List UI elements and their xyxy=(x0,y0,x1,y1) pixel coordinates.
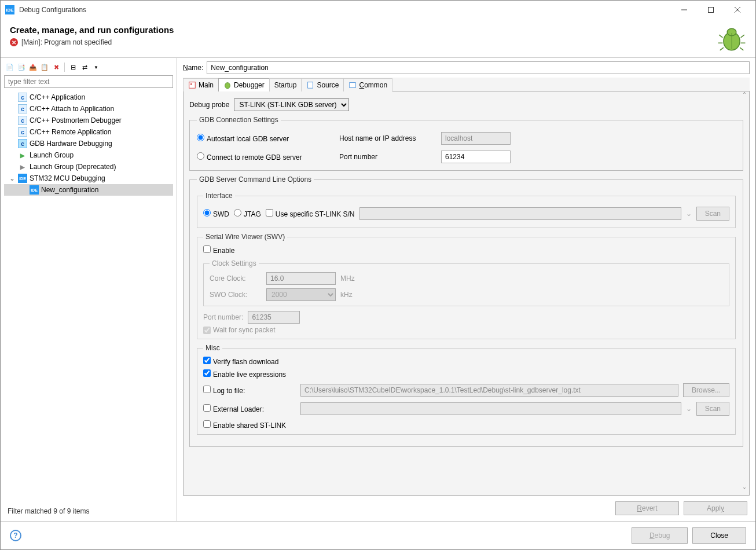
autostart-radio-label[interactable]: Autostart local GDB server xyxy=(197,134,330,143)
scroll-up-icon[interactable]: ˄ xyxy=(743,91,746,100)
swv-enable-check[interactable] xyxy=(203,245,211,253)
tab-debugger[interactable]: Debugger xyxy=(218,78,270,91)
external-loader-input xyxy=(300,402,681,415)
use-sn-check[interactable] xyxy=(266,209,273,217)
maximize-button[interactable] xyxy=(698,1,724,19)
scroll-down-icon[interactable]: ˅ xyxy=(743,487,746,495)
new-proto-icon[interactable]: 📑 xyxy=(17,63,26,72)
name-input[interactable] xyxy=(207,61,750,74)
enable-live-label[interactable]: Enable live expressions xyxy=(203,371,286,379)
ext-scan-button[interactable]: Scan xyxy=(696,402,729,416)
tree-item-new-config[interactable]: IDENew_configuration xyxy=(4,184,173,196)
tree-item-cpp-attach[interactable]: cC/C++ Attach to Application xyxy=(4,103,173,115)
host-input xyxy=(441,132,511,145)
connect-remote-radio-label[interactable]: Connect to remote GDB server xyxy=(197,152,330,162)
log-file-label[interactable]: Log to file: xyxy=(203,386,296,395)
swv-port-input xyxy=(248,311,300,324)
tree-item-cpp-remote[interactable]: cC/C++ Remote Application xyxy=(4,126,173,138)
swv-port-label: Port number: xyxy=(203,313,243,321)
common-tab-icon xyxy=(348,81,357,89)
ext-dropdown-icon[interactable]: ⌄ xyxy=(686,405,692,413)
enable-shared-check[interactable] xyxy=(203,420,211,428)
svg-rect-1 xyxy=(709,8,714,13)
connect-remote-radio[interactable] xyxy=(197,152,204,160)
interface-legend: Interface xyxy=(203,192,235,200)
footer: ? Debug Close xyxy=(1,521,755,549)
enable-live-check[interactable] xyxy=(203,369,211,377)
verify-flash-check[interactable] xyxy=(203,357,211,364)
swv-fieldset: Serial Wire Viewer (SWV) Enable Clock Se… xyxy=(197,233,736,339)
expand-icon[interactable]: ⌄ xyxy=(9,174,16,182)
interface-fieldset: Interface SWD JTAG Use specific ST-LINK … xyxy=(197,192,736,228)
revert-button[interactable]: Revert xyxy=(615,501,679,515)
svg-line-9 xyxy=(720,47,724,50)
minimize-button[interactable] xyxy=(671,1,698,19)
duplicate-icon[interactable]: 📋 xyxy=(40,63,49,72)
name-label: Name: xyxy=(183,64,203,72)
tab-common[interactable]: Common xyxy=(343,78,392,91)
swo-clock-unit: kHz xyxy=(340,291,364,299)
header-title: Create, manage, and run configurations xyxy=(10,25,717,35)
filter-icon[interactable]: ⇄ xyxy=(80,63,89,72)
apply-button[interactable]: Apply xyxy=(684,501,747,515)
use-sn-check-label[interactable]: Use specific ST-LINK S/N xyxy=(266,209,355,218)
sn-dropdown-icon[interactable]: ⌄ xyxy=(686,210,692,218)
app-icon: IDE xyxy=(5,5,14,14)
header: Create, manage, and run configurations ✕… xyxy=(1,19,755,58)
jtag-radio[interactable] xyxy=(234,209,241,217)
tree-item-launch-group[interactable]: ▶Launch Group xyxy=(4,149,173,161)
tree-item-launch-group-dep[interactable]: ▶Launch Group (Deprecated) xyxy=(4,161,173,173)
swo-clock-label: SWO Clock: xyxy=(210,291,262,299)
debug-button[interactable]: Debug xyxy=(632,527,688,544)
enable-shared-label[interactable]: Enable shared ST-LINK xyxy=(203,421,286,430)
external-loader-check[interactable] xyxy=(203,404,211,412)
wait-sync-check xyxy=(203,327,211,334)
host-label: Host name or IP address xyxy=(339,134,432,142)
swd-radio[interactable] xyxy=(203,209,211,217)
clock-legend: Clock Settings xyxy=(210,259,259,267)
window-title: Debug Configurations xyxy=(19,6,671,14)
tab-source[interactable]: Source xyxy=(301,78,344,91)
debug-probe-select[interactable]: ST-LINK (ST-LINK GDB server) xyxy=(234,98,349,111)
autostart-radio[interactable] xyxy=(197,134,204,141)
tree-item-cpp-postmortem[interactable]: cC/C++ Postmortem Debugger xyxy=(4,115,173,126)
debugger-tab-icon xyxy=(223,81,232,89)
header-error-text: [Main]: Program not specified xyxy=(21,38,112,46)
swv-legend: Serial Wire Viewer (SWV) xyxy=(203,233,287,241)
swo-clock-select: 2000 xyxy=(266,288,336,301)
svg-rect-13 xyxy=(189,82,196,89)
scan-sn-button[interactable]: Scan xyxy=(696,207,729,221)
close-button[interactable] xyxy=(724,1,751,19)
delete-icon[interactable]: ✖ xyxy=(52,63,61,72)
new-icon[interactable]: 📄 xyxy=(5,63,14,72)
svg-line-10 xyxy=(741,35,744,38)
error-icon: ✕ xyxy=(10,38,18,46)
filter-input[interactable] xyxy=(4,75,173,88)
browse-button[interactable]: Browse... xyxy=(683,383,729,397)
misc-legend: Misc xyxy=(203,344,222,352)
export-icon[interactable]: 📤 xyxy=(28,63,38,72)
external-loader-label[interactable]: External Loader: xyxy=(203,404,296,413)
jtag-radio-label[interactable]: JTAG xyxy=(234,209,261,218)
port-input[interactable] xyxy=(441,151,511,163)
log-file-check[interactable] xyxy=(203,386,211,393)
tree-item-gdb-hw[interactable]: cGDB Hardware Debugging xyxy=(4,138,173,149)
swv-enable-label[interactable]: Enable xyxy=(203,247,234,255)
tab-startup[interactable]: Startup xyxy=(269,78,302,91)
dropdown-icon[interactable]: ▼ xyxy=(91,63,101,72)
body: 📄 📑 📤 📋 ✖ ⊟ ⇄ ▼ cC/C++ Application cC/C+… xyxy=(1,58,755,521)
svg-point-15 xyxy=(225,83,230,89)
tree-item-stm32[interactable]: ⌄IDESTM32 MCU Debugging xyxy=(4,173,173,184)
collapse-icon[interactable]: ⊟ xyxy=(68,63,78,72)
right-panel: Name: Main Debugger Startup Source Commo… xyxy=(177,58,755,521)
close-dialog-button[interactable]: Close xyxy=(692,527,746,544)
swd-radio-label[interactable]: SWD xyxy=(203,209,229,218)
tab-main[interactable]: Main xyxy=(183,78,219,91)
gdb-conn-legend: GDB Connection Settings xyxy=(197,116,281,124)
gdb-connection-fieldset: GDB Connection Settings Autostart local … xyxy=(189,116,743,171)
help-icon[interactable]: ? xyxy=(10,530,21,541)
svg-rect-17 xyxy=(350,83,356,88)
scrollbar[interactable]: ˄˅ xyxy=(740,91,749,495)
tree-item-cpp-app[interactable]: cC/C++ Application xyxy=(4,91,173,103)
verify-flash-label[interactable]: Verify flash download xyxy=(203,358,278,366)
